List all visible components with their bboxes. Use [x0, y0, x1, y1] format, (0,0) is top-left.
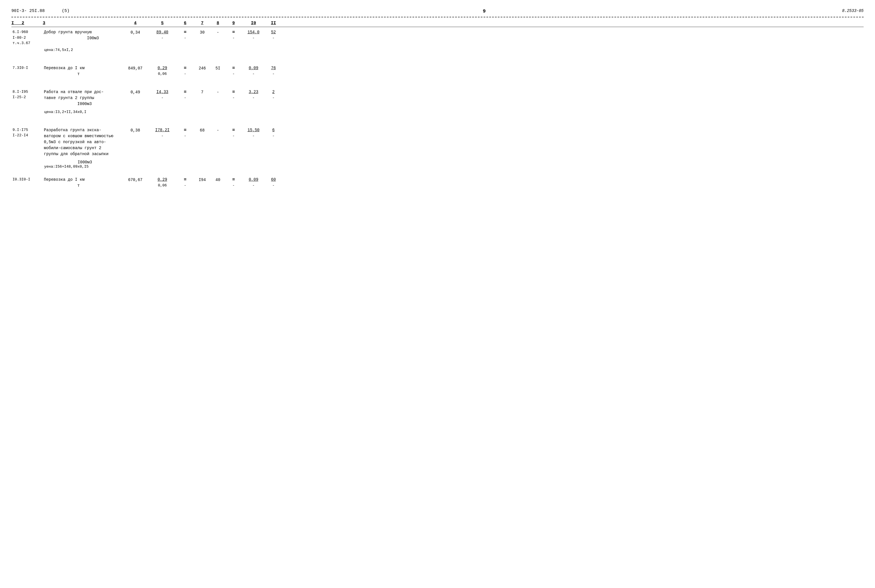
- row-5-col7: I94: [194, 176, 211, 184]
- row-3-col9: = -: [225, 88, 242, 101]
- col-header-6: 6: [177, 21, 194, 26]
- row-1-col11: 52 -: [265, 29, 282, 42]
- col-header-8: 8: [211, 21, 225, 26]
- row-5-col8: 40: [211, 176, 225, 184]
- row-3-col5: I4,33 -: [148, 88, 177, 101]
- row-5-desc: Перевозка до I км т: [43, 176, 122, 189]
- row-2-col11: 76 -: [265, 64, 282, 77]
- col-header-4: 4: [122, 21, 148, 26]
- row-4-price: уена:I56+I48,09х0,I5: [11, 165, 864, 171]
- row-1-col6: = -: [177, 29, 194, 42]
- row-2-col10: 0,09 -: [242, 64, 265, 77]
- row-1-code: 6.I-960I-80-2т.ч.3.67: [11, 29, 43, 46]
- row-3-code: 8.I-I95I-25-2: [11, 88, 43, 101]
- row-1-col10: 154,0 -: [242, 29, 265, 42]
- row-3-price: цена:I3,2+II,34х0,I: [11, 109, 864, 116]
- row-5-code: I0.3I0-I: [11, 176, 43, 183]
- row-1-col8: -: [211, 29, 225, 36]
- row-4-col4: 0,38: [122, 127, 148, 134]
- row-3-main: 8.I-I95I-25-2 Работа на отвале при дос-т…: [11, 88, 864, 108]
- header: 90I-3- 25I.88 (5) 9 8.2533-05: [11, 9, 864, 14]
- row-1-desc: Добор грунта вручную I00м3: [43, 29, 122, 42]
- page-info: (5): [62, 9, 69, 14]
- row-4-col10: 15,50 -: [242, 127, 265, 140]
- row-2-col5: 0,29 0,06: [148, 64, 177, 77]
- row-5-col5: 0,29 0,06: [148, 176, 177, 189]
- row-4-col7: 68: [194, 127, 211, 134]
- table-row: 7.3I0-I Перевозка до I км т 849,07 0,29 …: [11, 64, 864, 78]
- row-5-main: I0.3I0-I Перевозка до I км т 670,67 0,29…: [11, 176, 864, 189]
- table-row: 8.I-I95I-25-2 Работа на отвале при дос-т…: [11, 88, 864, 116]
- row-2-col7: 246: [194, 64, 211, 72]
- row-3-col6: = -: [177, 88, 194, 101]
- col-header-7: 7: [194, 21, 211, 26]
- row-4-main: 9.I-I75I-22-I4 Разработка грунта экска-в…: [11, 127, 864, 158]
- col-header-3: 3: [43, 21, 122, 26]
- column-headers: I 2 3 4 5 6 7 8 9 I0 II: [11, 20, 864, 27]
- row-1-col4: 0,34: [122, 29, 148, 36]
- row-4-col11: 6 -: [265, 127, 282, 140]
- col-header-1: I 2: [11, 21, 43, 26]
- row-1-price: цена:74,5хI,2: [11, 48, 864, 54]
- row-4-col9: = -: [225, 127, 242, 140]
- col-header-10: I0: [242, 21, 265, 26]
- table-row: I0.3I0-I Перевозка до I км т 670,67 0,29…: [11, 176, 864, 189]
- col-header-5: 5: [148, 21, 177, 26]
- row-5-col6: = -: [177, 176, 194, 189]
- row-4-col6: = -: [177, 127, 194, 140]
- row-2-desc: Перевозка до I км т: [43, 64, 122, 78]
- row-2-col4: 849,07: [122, 64, 148, 72]
- row-1-col7: 30: [194, 29, 211, 36]
- row-2-col8: 5I: [211, 64, 225, 72]
- row-2-col6: = -: [177, 64, 194, 77]
- row-3-col8: -: [211, 88, 225, 96]
- row-5-col9: = -: [225, 176, 242, 189]
- row-3-col7: 7: [194, 88, 211, 96]
- table-body: 6.I-960I-80-2т.ч.3.67 Добор грунта вручн…: [11, 29, 864, 189]
- row-2-code: 7.3I0-I: [11, 64, 43, 71]
- row-5-col11: 60 -: [265, 176, 282, 189]
- doc-number: 90I-3- 25I.88: [11, 9, 45, 14]
- row-3-col10: 3,23 -: [242, 88, 265, 101]
- page-number: 9: [483, 9, 486, 14]
- row-2-col9: = -: [225, 64, 242, 77]
- row-3-col4: 0,49: [122, 88, 148, 96]
- row-3-desc: Работа на отвале при дос-тавке грунта 2 …: [43, 88, 122, 108]
- row-1-col5: 89,40 -: [148, 29, 177, 42]
- row-5-col10: 0,09 -: [242, 176, 265, 189]
- ref-code: 8.2533-05: [842, 9, 864, 13]
- row-4-code: 9.I-I75I-22-I4: [11, 127, 43, 139]
- top-divider: [11, 17, 864, 17]
- row-4-col5: I78,2I -: [148, 127, 177, 140]
- row-2-main: 7.3I0-I Перевозка до I км т 849,07 0,29 …: [11, 64, 864, 78]
- table-row: 9.I-I75I-22-I4 Разработка грунта экска-в…: [11, 127, 864, 171]
- row-4-unit: I000м3: [11, 159, 864, 165]
- row-4-desc: Разработка грунта экска-ватором с ковшом…: [43, 127, 122, 158]
- row-1-col9: = -: [225, 29, 242, 42]
- header-left: 90I-3- 25I.88 (5): [11, 9, 69, 14]
- row-3-col11: 2 -: [265, 88, 282, 101]
- col-header-9: 9: [225, 21, 242, 26]
- row-4-col8: -: [211, 127, 225, 134]
- table-row: 6.I-960I-80-2т.ч.3.67 Добор грунта вручн…: [11, 29, 864, 54]
- row-1-main: 6.I-960I-80-2т.ч.3.67 Добор грунта вручн…: [11, 29, 864, 46]
- row-5-col4: 670,67: [122, 176, 148, 184]
- col-header-11: II: [265, 21, 282, 26]
